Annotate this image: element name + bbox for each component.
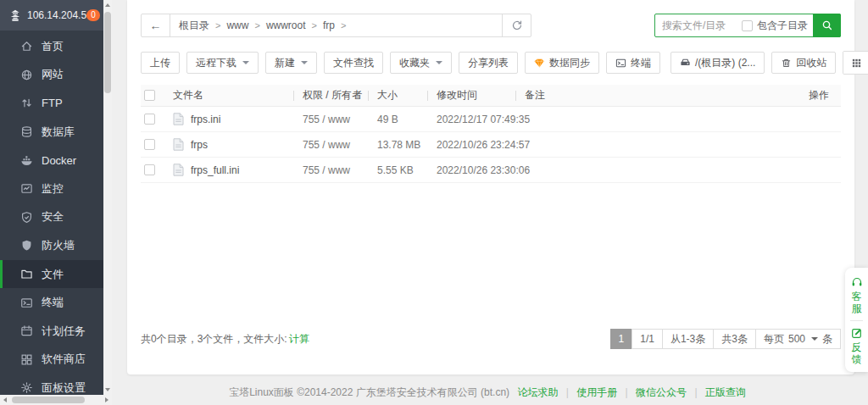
file-manager-card: ← 根目录 > www > wwwroot > frp > 包含子	[127, 0, 854, 374]
sidebar-horizontal-scrollbar[interactable]	[0, 395, 112, 405]
sidebar-item-files[interactable]: 文件	[0, 260, 103, 289]
table-row[interactable]: frps 755 / www 13.78 MB 2022/10/26 23:24…	[141, 132, 841, 158]
breadcrumb-www[interactable]: www	[226, 19, 248, 31]
refresh-button[interactable]	[502, 14, 531, 36]
divider	[850, 320, 863, 321]
header-mtime[interactable]: 修改时间	[427, 88, 515, 103]
sidebar-item-monitor[interactable]: 监控	[0, 175, 103, 203]
sidebar-header[interactable]: 106.14.204.5 0	[0, 0, 103, 31]
forum-help-link[interactable]: 论坛求助	[517, 386, 558, 398]
vertical-scroll-thumb[interactable]	[104, 12, 111, 93]
scroll-left-arrow-icon[interactable]	[3, 397, 7, 402]
sidebar-item-security[interactable]: 安全	[0, 203, 103, 232]
include-subdir-checkbox[interactable]	[742, 20, 753, 31]
page-range: 从1-3条	[662, 329, 714, 349]
file-name[interactable]: frps_full.ini	[191, 164, 239, 176]
message-badge[interactable]: 0	[86, 9, 100, 21]
sidebar-item-docker[interactable]: Docker	[0, 146, 103, 175]
trash-icon	[781, 58, 792, 69]
sidebar-item-website[interactable]: 网站	[0, 61, 103, 90]
feedback-button[interactable]: 反馈	[851, 327, 863, 365]
file-icon	[173, 164, 184, 176]
terminal-button[interactable]: 终端	[606, 52, 660, 74]
table-header: 文件名 权限 / 所有者 大小 修改时间 备注 操作	[141, 85, 841, 107]
scroll-up-arrow-icon[interactable]	[105, 3, 110, 7]
row-checkbox[interactable]	[144, 164, 155, 175]
file-name[interactable]: frps.ini	[191, 114, 220, 125]
horizontal-scroll-thumb[interactable]	[12, 397, 85, 403]
sidebar-item-ftp[interactable]: FTP	[0, 89, 103, 118]
monitor-chart-icon	[20, 182, 33, 195]
row-checkbox[interactable]	[144, 139, 155, 150]
chevron-down-icon	[811, 337, 818, 341]
page-total: 1/1	[632, 329, 663, 349]
breadcrumb: ← 根目录 > www > wwwroot > frp >	[141, 14, 531, 37]
table-row[interactable]: frps.ini 755 / www 49 B 2022/12/17 07:49…	[141, 107, 841, 132]
sidebar-item-database[interactable]: 数据库	[0, 118, 103, 147]
data-sync-button[interactable]: 数据同步	[525, 52, 599, 74]
header-permissions[interactable]: 权限 / 所有者	[293, 88, 368, 103]
breadcrumb-separator: >	[312, 20, 317, 31]
header-remark[interactable]: 备注	[515, 88, 782, 103]
breadcrumb-wwwroot[interactable]: wwwroot	[266, 19, 306, 31]
sidebar-vertical-scrollbar[interactable]	[103, 0, 112, 395]
new-button[interactable]: 新建	[265, 52, 317, 74]
sidebar-item-cron[interactable]: 计划任务	[0, 317, 103, 346]
remote-download-button[interactable]: 远程下载	[186, 52, 259, 74]
sidebar-item-terminal[interactable]: 终端	[0, 288, 103, 317]
disk-select-button[interactable]: /(根目录) (2...	[670, 52, 765, 74]
floating-help-widget: 客服 反馈	[845, 268, 868, 372]
docker-whale-icon	[20, 154, 33, 167]
sidebar: 106.14.204.5 0 首页 网站 FTP 数据库 Docker	[0, 0, 112, 405]
manual-link[interactable]: 使用手册	[576, 386, 617, 398]
back-button[interactable]: ←	[142, 14, 170, 36]
search-button[interactable]	[813, 14, 841, 37]
wechat-link[interactable]: 微信公众号	[636, 386, 687, 398]
disk-icon	[680, 58, 691, 69]
license-check-link[interactable]: 正版查询	[705, 386, 746, 398]
recycle-bin-button[interactable]: 回收站	[771, 52, 836, 74]
file-name[interactable]: frps	[191, 139, 208, 151]
header-actions: 操作	[782, 88, 841, 103]
table-row[interactable]: frps_full.ini 755 / www 5.55 KB 2022/10/…	[141, 158, 841, 183]
header-size[interactable]: 大小	[368, 88, 427, 103]
folder-icon	[20, 268, 33, 280]
breadcrumb-frp[interactable]: frp	[323, 19, 335, 31]
select-all-checkbox[interactable]	[144, 90, 155, 101]
include-subdir-label: 包含子目录	[757, 19, 808, 33]
scroll-right-arrow-icon[interactable]	[105, 397, 108, 402]
file-icon	[173, 138, 184, 151]
items-total: 共3条	[713, 329, 756, 349]
header-filename[interactable]: 文件名	[166, 88, 293, 103]
terminal-icon	[20, 297, 33, 309]
breadcrumb-root[interactable]: 根目录	[179, 19, 209, 33]
globe-icon	[20, 69, 33, 81]
edit-pencil-icon	[851, 327, 863, 339]
sidebar-item-firewall[interactable]: 防火墙	[0, 231, 103, 260]
sidebar-item-appstore[interactable]: 软件商店	[0, 346, 103, 374]
page-number-current[interactable]: 1	[610, 329, 633, 349]
terminal-icon	[615, 58, 626, 69]
toolbar: 上传 远程下载 新建 文件查找 收藏夹 分享列表 数据同步 终端 /(根目录) …	[141, 51, 841, 75]
upload-button[interactable]: 上传	[141, 52, 180, 74]
grid-squares-icon	[20, 353, 33, 366]
per-page-select[interactable]: 500	[788, 333, 818, 345]
search-bar: 包含子目录	[654, 14, 841, 37]
calendar-icon	[20, 325, 33, 337]
grid-view-button[interactable]	[843, 52, 868, 74]
view-toggle	[843, 51, 868, 75]
search-input[interactable]	[655, 19, 742, 31]
file-find-button[interactable]: 文件查找	[324, 52, 383, 74]
sidebar-item-settings[interactable]: 面板设置	[0, 374, 103, 395]
favorites-button[interactable]: 收藏夹	[390, 52, 452, 74]
scroll-down-arrow-icon[interactable]	[105, 388, 110, 391]
customer-service-button[interactable]: 客服	[851, 276, 863, 314]
row-checkbox[interactable]	[144, 114, 155, 125]
shield-icon	[20, 239, 33, 252]
share-list-button[interactable]: 分享列表	[459, 52, 518, 74]
calc-size-link[interactable]: 计算	[289, 332, 309, 347]
chevron-down-icon	[242, 61, 249, 64]
sidebar-nav: 首页 网站 FTP 数据库 Docker 监控	[0, 31, 103, 395]
sidebar-item-home[interactable]: 首页	[0, 32, 103, 61]
breadcrumb-separator: >	[215, 20, 220, 31]
